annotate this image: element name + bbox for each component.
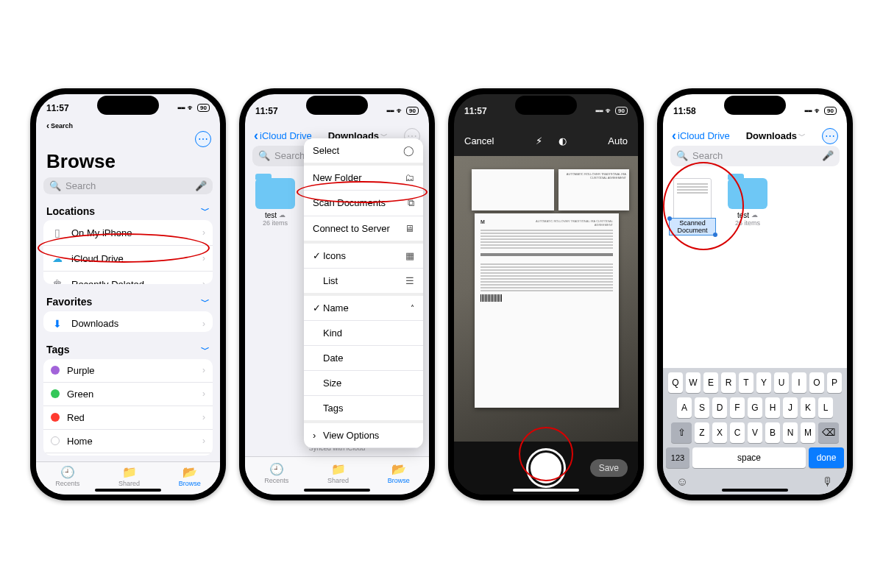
shutter-button[interactable]: [528, 450, 564, 486]
menu-scan-documents[interactable]: Scan Documents⧉: [304, 191, 423, 216]
key-n[interactable]: N: [783, 422, 798, 443]
more-button[interactable]: ⋯: [195, 131, 211, 147]
home-indicator[interactable]: [95, 489, 161, 492]
tag-red[interactable]: Red›: [43, 406, 213, 430]
tab-browse[interactable]: 📂Browse: [179, 465, 201, 487]
key-d[interactable]: D: [712, 397, 727, 418]
key-b[interactable]: B: [765, 422, 780, 443]
mic-icon[interactable]: 🎤: [195, 180, 207, 191]
location-on-my-iphone[interactable]: ▯ On My iPhone ›: [43, 220, 213, 246]
search-input[interactable]: 🔍 Search 🎤: [670, 146, 840, 166]
key-k[interactable]: K: [801, 397, 815, 418]
section-locations-header[interactable]: Locations ﹀: [36, 199, 220, 220]
key-a[interactable]: A: [677, 397, 692, 418]
tag-yellow[interactable]: Yellow›: [43, 453, 213, 456]
tab-recents[interactable]: 🕘Recents: [55, 465, 79, 487]
keyboard: Q W E R T Y U I O P A S D F G H: [663, 368, 847, 495]
tab-recents[interactable]: 🕘Recents: [264, 462, 288, 484]
section-favorites-header[interactable]: Favorites ﹀: [36, 290, 220, 311]
key-y[interactable]: Y: [756, 372, 771, 393]
tag-purple[interactable]: Purple›: [43, 359, 213, 383]
key-s[interactable]: S: [695, 397, 709, 418]
key-shift[interactable]: ⇧: [671, 422, 692, 443]
key-q[interactable]: Q: [668, 372, 683, 393]
mic-icon[interactable]: 🎤: [822, 150, 834, 161]
key-space[interactable]: space: [692, 447, 806, 468]
key-z[interactable]: Z: [695, 422, 709, 443]
cloud-icon: ☁︎: [279, 211, 286, 219]
key-r[interactable]: R: [721, 372, 736, 393]
dynamic-island: [97, 96, 159, 115]
key-u[interactable]: U: [774, 372, 789, 393]
rename-input[interactable]: Scanned Document: [669, 218, 716, 235]
key-j[interactable]: J: [783, 397, 798, 418]
menu-sort-tags[interactable]: Tags: [304, 396, 423, 423]
item-scanned-document[interactable]: Scanned Document: [673, 178, 712, 227]
cancel-button[interactable]: Cancel: [464, 135, 494, 146]
key-v[interactable]: V: [748, 422, 762, 443]
menu-view-options[interactable]: ›View Options: [304, 423, 423, 448]
key-done[interactable]: done: [809, 447, 844, 468]
menu-icons[interactable]: ✓Icons▦: [304, 244, 423, 269]
key-g[interactable]: G: [748, 397, 762, 418]
tag-dot-icon: [51, 413, 60, 422]
key-delete[interactable]: ⌫: [818, 422, 839, 443]
back-button[interactable]: iCloud Drive: [672, 128, 730, 144]
folder-test[interactable]: test☁︎ 26 items: [255, 178, 295, 227]
signal-icon: ▪▪▪▪: [386, 107, 394, 115]
tab-shared[interactable]: 📁Shared: [327, 462, 349, 484]
folder-shared-icon: 📁: [331, 462, 346, 476]
chevron-down-icon: ﹀: [201, 296, 210, 308]
chevron-up-icon: ˄: [411, 304, 414, 312]
filter-icon[interactable]: ◐: [558, 135, 567, 146]
home-indicator[interactable]: [513, 489, 579, 492]
search-input[interactable]: 🔍 Search 🎤: [43, 177, 213, 194]
menu-sort-name[interactable]: ✓Name˄: [304, 296, 423, 321]
key-i[interactable]: I: [792, 372, 806, 393]
key-w[interactable]: W: [686, 372, 701, 393]
key-123[interactable]: 123: [666, 447, 689, 468]
key-m[interactable]: M: [801, 422, 815, 443]
status-time: 11:57: [464, 106, 487, 116]
back-button[interactable]: iCloud Drive: [254, 128, 312, 144]
menu-sort-kind[interactable]: Kind: [304, 321, 423, 346]
battery-icon: 90: [824, 107, 837, 115]
auto-button[interactable]: Auto: [608, 135, 628, 146]
key-o[interactable]: O: [809, 372, 824, 393]
tag-green[interactable]: Green›: [43, 383, 213, 406]
home-indicator[interactable]: [304, 489, 370, 492]
key-f[interactable]: F: [730, 397, 745, 418]
emoji-icon[interactable]: ☺: [676, 475, 688, 489]
key-h[interactable]: H: [765, 397, 780, 418]
key-t[interactable]: T: [739, 372, 753, 393]
folder-test[interactable]: test☁︎ 26 items: [728, 178, 767, 227]
menu-sort-date[interactable]: Date: [304, 346, 423, 371]
key-e[interactable]: E: [703, 372, 718, 393]
tab-shared[interactable]: 📁Shared: [118, 465, 140, 487]
favorite-downloads[interactable]: ⬇︎ Downloads ›: [43, 311, 213, 332]
more-button[interactable]: ⋯: [822, 128, 838, 144]
status-time: 11:58: [673, 106, 696, 116]
location-icloud-drive[interactable]: ☁︎ iCloud Drive ›: [43, 246, 213, 272]
folder-grid: Scanned Document test☁︎ 26 items: [663, 171, 847, 234]
menu-new-folder[interactable]: New Folder🗂: [304, 166, 423, 191]
home-indicator[interactable]: [722, 489, 788, 492]
menu-connect-server[interactable]: Connect to Server🖥: [304, 216, 423, 244]
topbar: ⋯: [36, 131, 220, 147]
location-recently-deleted[interactable]: 🗑 Recently Deleted ›: [43, 272, 213, 283]
menu-sort-size[interactable]: Size: [304, 371, 423, 396]
flash-icon[interactable]: ⚡︎: [536, 135, 542, 146]
key-l[interactable]: L: [818, 397, 833, 418]
save-button[interactable]: Save: [590, 459, 628, 477]
chevron-down-icon[interactable]: ﹀: [798, 131, 806, 141]
menu-select[interactable]: Select◯: [304, 138, 423, 166]
tab-browse[interactable]: 📂Browse: [388, 462, 410, 484]
dictate-icon[interactable]: 🎙: [822, 475, 834, 489]
tag-home[interactable]: Home›: [43, 430, 213, 453]
status-back-search[interactable]: Search: [36, 121, 220, 131]
section-tags-header[interactable]: Tags ﹀: [36, 338, 220, 359]
key-c[interactable]: C: [730, 422, 745, 443]
key-p[interactable]: P: [827, 372, 842, 393]
key-x[interactable]: X: [712, 422, 727, 443]
menu-list[interactable]: List☰: [304, 269, 423, 296]
